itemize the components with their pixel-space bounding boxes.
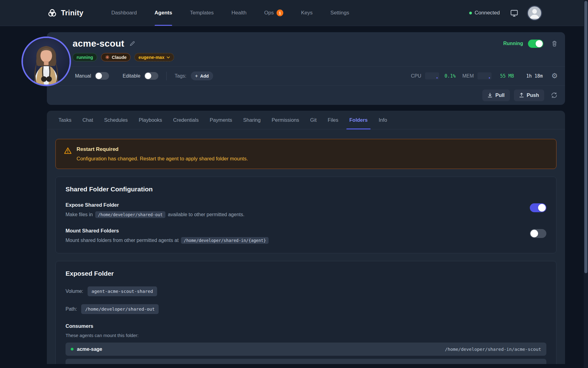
agent-header-card: acme-scout Running <box>47 32 565 105</box>
cpu-meter <box>425 72 439 79</box>
consumer-mount-path: /home/developer/shared-in/acme-scout <box>445 347 541 352</box>
path-value-chip: /home/developer/shared-out <box>81 304 159 314</box>
download-icon <box>488 93 492 98</box>
expose-shared-folder-toggle[interactable] <box>530 203 546 212</box>
agent-name: acme-scout <box>73 38 124 49</box>
tab-sharing[interactable]: Sharing <box>238 111 266 129</box>
gear-icon[interactable]: ⚙ <box>551 72 558 79</box>
scrollbar-thumb[interactable] <box>584 1 587 273</box>
agent-avatar[interactable] <box>21 36 71 86</box>
mount-path-chip: /home/developer/shared-in/{agent} <box>181 237 269 244</box>
cpu-value: 0.1% <box>445 73 456 79</box>
restart-required-alert: Restart Required Configuration has chang… <box>55 139 556 169</box>
uptime-value: 1h 18m <box>526 73 543 79</box>
chevron-down-icon <box>167 56 170 59</box>
tab-tasks[interactable]: Tasks <box>53 111 77 129</box>
tab-git[interactable]: Git <box>305 111 322 129</box>
sync-icon[interactable] <box>551 92 558 99</box>
mem-value: 55 MB <box>500 73 514 79</box>
ops-count-badge: 1 <box>277 10 283 16</box>
section-title: Shared Folder Configuration <box>66 186 546 193</box>
expose-label: Expose Shared Folder <box>66 202 244 208</box>
add-tag-button[interactable]: + Add <box>191 71 213 80</box>
tab-info[interactable]: Info <box>373 111 393 129</box>
warning-triangle-icon <box>64 147 72 162</box>
nav-item-dashboard[interactable]: Dashboard <box>102 0 145 26</box>
claude-starburst-icon <box>105 55 110 59</box>
pull-button[interactable]: Pull <box>482 90 510 101</box>
connection-status: Connected <box>469 10 500 16</box>
upload-icon <box>519 93 524 98</box>
tab-credentials[interactable]: Credentials <box>168 111 204 129</box>
tab-folders[interactable]: Folders <box>344 111 373 129</box>
expose-shared-folder-setting: Expose Shared Folder Make files in /home… <box>66 202 546 218</box>
tab-playbooks[interactable]: Playbooks <box>133 111 168 129</box>
brand[interactable]: Trinity <box>47 8 83 18</box>
mount-label: Mount Shared Folders <box>66 228 269 234</box>
agent-stats: CPU 0.1% MEM 55 MB 1h 18m ⚙ <box>411 72 558 79</box>
running-label: Running <box>503 41 523 46</box>
path-label: Path: <box>66 306 77 312</box>
plus-icon: + <box>195 73 198 79</box>
consumer-list-item[interactable]: acme-sage /home/developer/shared-in/acme… <box>66 343 546 356</box>
running-toggle[interactable] <box>528 40 543 48</box>
divider <box>166 72 167 80</box>
expose-desc-before: Make files in <box>66 212 93 217</box>
path-row: Path: /home/developer/shared-out <box>66 304 546 314</box>
consumers-desc: These agents can mount this folder: <box>66 333 546 338</box>
editable-label: Editable <box>123 73 140 79</box>
connected-label: Connected <box>475 10 500 16</box>
section-title: Exposed Folder <box>66 270 546 277</box>
git-actions-row: Pull Push <box>47 85 565 105</box>
consumers-title: Consumers <box>66 323 546 329</box>
nav-item-health[interactable]: Health <box>223 0 255 26</box>
volume-label: Volume: <box>66 289 83 294</box>
nav-item-settings[interactable]: Settings <box>322 0 358 26</box>
model-badge[interactable]: Claude <box>101 53 130 61</box>
cpu-label: CPU <box>411 73 421 79</box>
consumer-name: acme-sage <box>77 347 102 352</box>
mount-desc-before: Mount shared folders from other permitte… <box>66 238 179 243</box>
mem-meter <box>477 72 492 79</box>
top-navbar: Trinity Dashboard Agents Templates Healt… <box>0 0 588 26</box>
agent-detail-card: Tasks Chat Schedules Playbooks Credentia… <box>47 111 565 364</box>
warning-title: Restart Required <box>77 146 248 152</box>
nav-item-ops[interactable]: Ops 1 <box>255 0 292 26</box>
tab-payments[interactable]: Payments <box>204 111 238 129</box>
trinity-logo-icon <box>47 8 57 18</box>
nav-item-templates[interactable]: Templates <box>181 0 222 26</box>
tab-files[interactable]: Files <box>322 111 344 129</box>
connected-dot-icon <box>469 12 472 14</box>
monitor-icon[interactable] <box>510 9 519 17</box>
volume-value-chip: agent-acme-scout-shared <box>88 286 157 296</box>
tab-chat[interactable]: Chat <box>77 111 99 129</box>
tab-permissions[interactable]: Permissions <box>266 111 305 129</box>
editable-toggle[interactable] <box>144 72 158 80</box>
shared-folder-config-section: Shared Folder Configuration Expose Share… <box>55 177 556 253</box>
consumer-list-item[interactable] <box>66 359 546 364</box>
mem-label: MEM <box>462 73 474 79</box>
status-badge: running <box>73 53 97 61</box>
manual-label: Manual <box>75 73 91 79</box>
exposed-folder-section: Exposed Folder Volume: agent-acme-scout-… <box>55 261 556 364</box>
brand-name: Trinity <box>61 9 83 17</box>
preset-badge[interactable]: eugene-max <box>134 53 174 61</box>
agent-controls-row: Manual Editable Tags: + Add CPU 0.1% MEM… <box>47 66 565 85</box>
edit-name-icon[interactable] <box>129 40 135 47</box>
nav-item-agents[interactable]: Agents <box>146 0 181 26</box>
volume-row: Volume: agent-acme-scout-shared <box>66 286 546 296</box>
user-avatar[interactable] <box>527 6 542 21</box>
mount-shared-folders-setting: Mount Shared Folders Mount shared folder… <box>66 228 546 244</box>
warning-message: Configuration has changed. Restart the a… <box>77 156 248 162</box>
nav-items: Dashboard Agents Templates Health Ops 1 … <box>102 0 358 26</box>
delete-agent-icon[interactable] <box>551 40 558 47</box>
tab-schedules[interactable]: Schedules <box>99 111 133 129</box>
manual-toggle[interactable] <box>95 72 109 80</box>
tags-label: Tags: <box>175 73 186 79</box>
expose-path-chip: /home/developer/shared-out <box>95 211 165 218</box>
mount-shared-folders-toggle[interactable] <box>530 229 546 238</box>
nav-item-keys[interactable]: Keys <box>292 0 322 26</box>
online-dot-icon <box>71 348 74 351</box>
push-button[interactable]: Push <box>514 90 544 101</box>
tab-bar: Tasks Chat Schedules Playbooks Credentia… <box>47 111 565 129</box>
